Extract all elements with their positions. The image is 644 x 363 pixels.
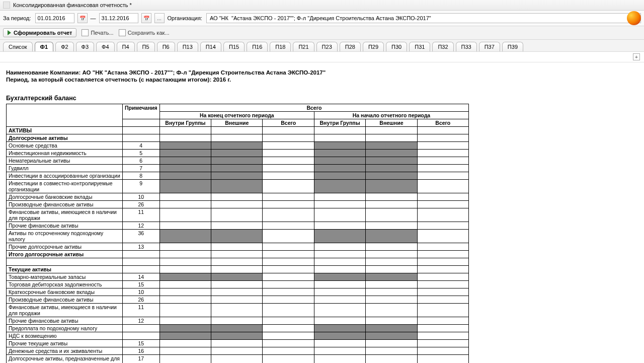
brand-logo (627, 11, 641, 25)
section-title: Бухгалтерский баланс (6, 95, 638, 102)
col-notes-header: Примечания (122, 104, 159, 119)
calendar-icon-from[interactable]: 📅 (77, 13, 88, 23)
tab-П21[interactable]: П21 (293, 42, 314, 51)
org-label: Организация: (168, 15, 202, 21)
toolbar: Сформировать отчет Печать... Сохранить к… (0, 26, 644, 40)
tab-П15[interactable]: П15 (223, 42, 245, 51)
tab-П16[interactable]: П16 (247, 42, 268, 51)
table-row: Инвестиции в ассоциированные организации… (7, 172, 469, 180)
tab-Ф4[interactable]: Ф4 (96, 42, 114, 51)
beg-external: Внешние (366, 119, 417, 127)
period-ellipsis-button[interactable]: ... (154, 13, 165, 23)
notes-sub (122, 119, 159, 127)
tab-Ф2[interactable]: Ф2 (55, 42, 73, 51)
tab-П30[interactable]: П30 (386, 42, 407, 51)
table-row: Прочие долгосрочные активы13 (7, 243, 469, 251)
table-row (7, 258, 469, 266)
save-icon (119, 29, 126, 36)
end-total: Всего (263, 119, 314, 127)
table-row: Текущие активы (7, 266, 469, 273)
tab-П18[interactable]: П18 (270, 42, 291, 51)
window-title: Консолидированная финансовая отчетность … (13, 2, 132, 8)
tab-П13[interactable]: П13 (177, 42, 198, 51)
tab-П33[interactable]: П33 (456, 42, 477, 51)
table-row: Денежные средства и их эквиваленты16 (7, 347, 469, 355)
table-row: Торговая дебиторская задолженность15 (7, 281, 469, 288)
app-icon (3, 2, 10, 9)
table-row: Краткосрочные банковские вклады10 (7, 288, 469, 296)
generate-label: Сформировать отчет (14, 30, 72, 36)
beg-ingroup: Внутри Группы (314, 119, 365, 127)
tab-П37[interactable]: П37 (479, 42, 500, 51)
company-line: Наименование Компании: АО "НК "Астана ЭК… (6, 69, 638, 76)
table-row: Товарно-материальные запасы14 (7, 273, 469, 281)
table-row: Прочие финансовые активы12 (7, 317, 469, 325)
generate-report-button[interactable]: Сформировать отчет (3, 28, 76, 37)
expand-strip: + (0, 52, 644, 62)
table-row: Долгосрочные активы (7, 134, 469, 142)
table-row: Прочие текущие активы15 (7, 340, 469, 347)
end-ingroup: Внутри Группы (159, 119, 211, 127)
table-row: Финансовые активы, имеющиеся в наличии д… (7, 304, 469, 317)
tab-П29[interactable]: П29 (363, 42, 384, 51)
tab-Список[interactable]: Список (3, 42, 33, 51)
table-row: Основные средства4 (7, 142, 469, 150)
calendar-icon-to[interactable]: 📅 (141, 13, 151, 23)
play-icon (8, 30, 11, 35)
table-row: Гудвилл7 (7, 165, 469, 172)
table-row: Прочие финансовые активы12 (7, 222, 469, 230)
col-total-header: Всего (159, 104, 468, 112)
tab-Ф1[interactable]: Ф1 (35, 42, 54, 51)
tab-П6[interactable]: П6 (157, 42, 175, 51)
title-bar: Консолидированная финансовая отчетность … (0, 0, 644, 11)
balance-table: Примечания Всего На конец отчетного пери… (6, 104, 469, 363)
period-label: За период: (3, 15, 31, 21)
period-line: Период, за который составляется отчетнос… (6, 77, 638, 83)
tab-П31[interactable]: П31 (409, 42, 430, 51)
table-row: Нематериальные активы6 (7, 157, 469, 165)
date-separator: — (91, 15, 96, 21)
tabs-bar: СписокФ1Ф2Ф3Ф4П4П5П6П13П14П15П16П18П21П2… (0, 40, 644, 52)
end-period-header: На конец отчетного периода (159, 112, 314, 119)
col-name-header (7, 104, 123, 127)
end-external: Внешние (211, 119, 263, 127)
tab-П32[interactable]: П32 (432, 42, 453, 51)
table-row: АКТИВЫ (7, 127, 469, 134)
tab-Ф3[interactable]: Ф3 (76, 42, 94, 51)
report-content: Наименование Компании: АО "НК "Астана ЭК… (0, 62, 644, 363)
tab-П4[interactable]: П4 (117, 42, 135, 51)
organization-input[interactable] (206, 13, 641, 23)
table-row: Производные финансовые активы26 (7, 201, 469, 208)
table-row: Долгосрочные активы, предназначенные для… (7, 355, 469, 364)
tab-П23[interactable]: П23 (316, 42, 338, 51)
filter-bar: За период: 📅 — 📅 ... Организация: (0, 11, 644, 26)
tab-П5[interactable]: П5 (137, 42, 155, 51)
tab-П14[interactable]: П14 (200, 42, 221, 51)
table-row: НДС к возмещению (7, 332, 469, 340)
table-row: Финансовые активы, имеющиеся в наличии д… (7, 208, 469, 222)
table-row: Инвестиционная недвижимость5 (7, 150, 469, 157)
tab-П28[interactable]: П28 (340, 42, 361, 51)
beg-total: Всего (417, 119, 468, 127)
save-as-button[interactable]: Сохранить как... (119, 29, 170, 36)
plus-expand-icon[interactable]: + (633, 53, 640, 60)
printer-icon (82, 29, 89, 36)
table-row: Предоплата по подоходному налогу (7, 325, 469, 332)
print-button[interactable]: Печать... (82, 29, 113, 36)
table-row: Активы по отсроченному подоходному налог… (7, 230, 469, 243)
table-row: Производные финансовые активы26 (7, 296, 469, 304)
begin-period-header: На начало отчетного периода (314, 112, 468, 119)
date-from-input[interactable] (35, 13, 74, 23)
date-to-input[interactable] (99, 13, 138, 23)
table-row: Инвестиции в совместно-контролируемые ор… (7, 180, 469, 193)
table-row: Итого долгосрочные активы (7, 251, 469, 258)
tab-П39[interactable]: П39 (502, 42, 523, 51)
table-row: Долгосрочные банковские вклады10 (7, 193, 469, 201)
